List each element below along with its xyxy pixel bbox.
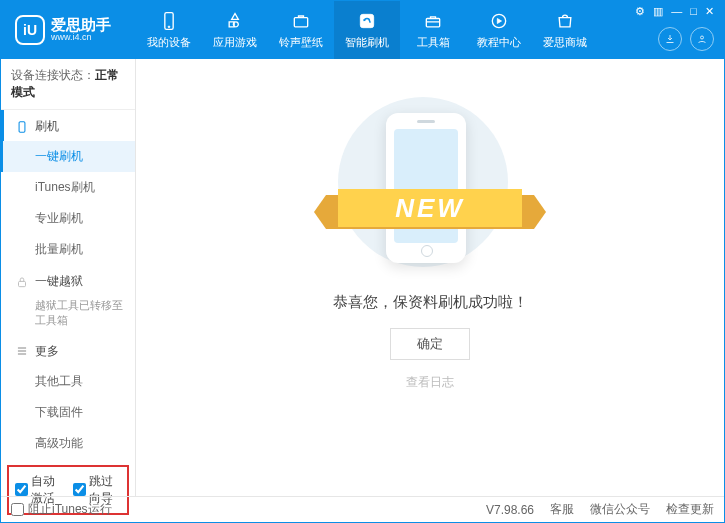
- nav-apps-games[interactable]: 应用游戏: [202, 1, 268, 59]
- toolbox-icon: [423, 11, 443, 31]
- lock-icon: [15, 275, 29, 289]
- auto-activate-input[interactable]: [15, 483, 28, 496]
- sidebar-item-onekey-flash[interactable]: 一键刷机: [1, 141, 135, 172]
- svg-rect-2: [294, 17, 307, 26]
- section-jailbreak-head[interactable]: 一键越狱: [1, 265, 135, 296]
- section-more: 更多 其他工具 下载固件 高级功能: [1, 335, 135, 459]
- phone-icon: [159, 11, 179, 31]
- sidebar-item-other-tools[interactable]: 其他工具: [1, 366, 135, 397]
- user-button[interactable]: [690, 27, 714, 51]
- new-ribbon: NEW: [320, 189, 540, 235]
- sidebar-item-download-firmware[interactable]: 下载固件: [1, 397, 135, 428]
- tutorial-icon: [489, 11, 509, 31]
- main-content: NEW 恭喜您，保资料刷机成功啦！ 确定 查看日志: [136, 59, 724, 496]
- svg-rect-3: [360, 14, 373, 27]
- section-more-title: 更多: [35, 343, 59, 360]
- nav-label: 工具箱: [417, 35, 450, 50]
- block-itunes-input[interactable]: [11, 503, 24, 516]
- brand: iU 爱思助手 www.i4.cn: [1, 15, 136, 45]
- settings-icon[interactable]: ⚙: [635, 5, 645, 18]
- nav-label: 铃声壁纸: [279, 35, 323, 50]
- success-illustration: NEW: [320, 97, 540, 267]
- section-flash-title: 刷机: [35, 118, 59, 135]
- nav-ringtone-wallpaper[interactable]: 铃声壁纸: [268, 1, 334, 59]
- block-itunes-label: 阻止iTunes运行: [28, 501, 112, 518]
- jailbreak-note: 越狱工具已转移至工具箱: [35, 298, 125, 329]
- section-jailbreak-title: 一键越狱: [35, 273, 83, 290]
- svg-rect-7: [19, 121, 25, 132]
- top-nav: 我的设备 应用游戏 铃声壁纸 智能刷机 工具箱 教程中心: [136, 1, 598, 59]
- version-label: V7.98.66: [486, 503, 534, 517]
- skip-guide-input[interactable]: [73, 483, 86, 496]
- download-button[interactable]: [658, 27, 682, 51]
- nav-label: 教程中心: [477, 35, 521, 50]
- nav-store[interactable]: 爱思商城: [532, 1, 598, 59]
- section-flash-head[interactable]: 刷机: [1, 110, 135, 141]
- svg-rect-8: [19, 281, 26, 286]
- nav-label: 智能刷机: [345, 35, 389, 50]
- brand-title: 爱思助手: [51, 17, 111, 34]
- close-button[interactable]: ✕: [705, 5, 714, 18]
- conn-status-label: 设备连接状态：: [11, 68, 95, 82]
- nav-my-device[interactable]: 我的设备: [136, 1, 202, 59]
- sidebar: 设备连接状态：正常模式 刷机 一键刷机 iTunes刷机 专业刷机 批量刷机 一…: [1, 59, 136, 496]
- wechat-link[interactable]: 微信公众号: [590, 501, 650, 518]
- nav-tutorial[interactable]: 教程中心: [466, 1, 532, 59]
- nav-label: 我的设备: [147, 35, 191, 50]
- section-flash: 刷机 一键刷机 iTunes刷机 专业刷机 批量刷机: [1, 110, 135, 265]
- maximize-button[interactable]: □: [690, 5, 697, 18]
- block-itunes-checkbox[interactable]: 阻止iTunes运行: [11, 501, 112, 518]
- sidebar-item-itunes-flash[interactable]: iTunes刷机: [1, 172, 135, 203]
- phone-small-icon: [15, 120, 29, 134]
- apps-icon: [225, 11, 245, 31]
- titlebar: iU 爱思助手 www.i4.cn 我的设备 应用游戏 铃声壁纸 智能刷机: [1, 1, 724, 59]
- sidebar-item-advanced[interactable]: 高级功能: [1, 428, 135, 459]
- success-message: 恭喜您，保资料刷机成功啦！: [333, 293, 528, 312]
- refresh-icon: [357, 11, 377, 31]
- brand-subtitle: www.i4.cn: [51, 33, 111, 43]
- illustration-phone-icon: [386, 113, 466, 263]
- section-more-head[interactable]: 更多: [1, 335, 135, 366]
- view-log-link[interactable]: 查看日志: [406, 374, 454, 391]
- section-jailbreak: 一键越狱 越狱工具已转移至工具箱: [1, 265, 135, 335]
- window-controls: ⚙ ▥ — □ ✕: [635, 5, 718, 18]
- sidebar-item-batch-flash[interactable]: 批量刷机: [1, 234, 135, 265]
- skin-icon[interactable]: ▥: [653, 5, 663, 18]
- briefcase-icon: [291, 11, 311, 31]
- connection-status: 设备连接状态：正常模式: [1, 59, 135, 110]
- brand-logo-icon: iU: [15, 15, 45, 45]
- ribbon-text: NEW: [338, 189, 522, 227]
- svg-point-6: [701, 36, 704, 39]
- sidebar-item-pro-flash[interactable]: 专业刷机: [1, 203, 135, 234]
- nav-toolbox[interactable]: 工具箱: [400, 1, 466, 59]
- nav-smart-flash[interactable]: 智能刷机: [334, 1, 400, 59]
- ok-button[interactable]: 确定: [390, 328, 470, 360]
- nav-label: 应用游戏: [213, 35, 257, 50]
- customer-service-link[interactable]: 客服: [550, 501, 574, 518]
- svg-point-1: [168, 26, 170, 28]
- menu-icon: [15, 344, 29, 358]
- nav-label: 爱思商城: [543, 35, 587, 50]
- check-update-link[interactable]: 检查更新: [666, 501, 714, 518]
- svg-rect-4: [426, 18, 439, 26]
- store-icon: [555, 11, 575, 31]
- minimize-button[interactable]: —: [671, 5, 682, 18]
- status-bar: 阻止iTunes运行 V7.98.66 客服 微信公众号 检查更新: [1, 496, 724, 522]
- body: 设备连接状态：正常模式 刷机 一键刷机 iTunes刷机 专业刷机 批量刷机 一…: [1, 59, 724, 496]
- app-window: iU 爱思助手 www.i4.cn 我的设备 应用游戏 铃声壁纸 智能刷机: [0, 0, 725, 523]
